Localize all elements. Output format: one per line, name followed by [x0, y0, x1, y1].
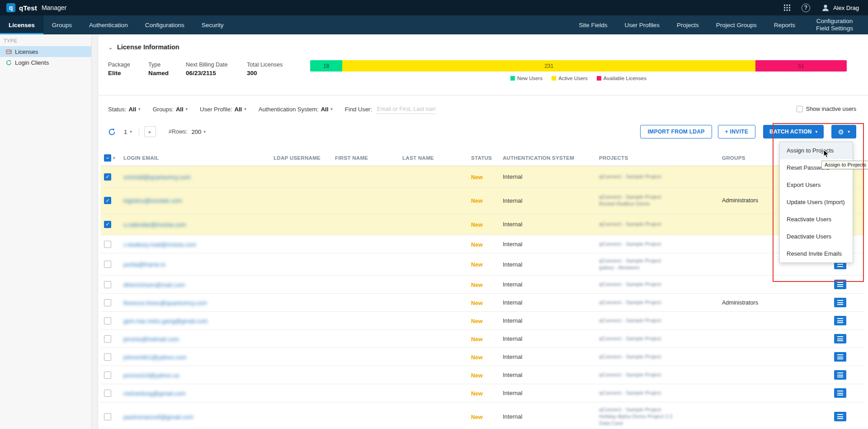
login-email-link[interactable]: r.newbury.mail@invista.com: [123, 241, 196, 248]
project-link[interactable]: qConnect - Sample Project: [599, 353, 720, 360]
batch-action-button[interactable]: BATCH ACTION: [763, 125, 824, 138]
next-page-button[interactable]: [144, 126, 156, 137]
import-from-ldap-button[interactable]: IMPORT FROM LDAP: [640, 125, 712, 138]
table-row[interactable]: r.newbury.mail@invista.com New Internal …: [101, 235, 864, 253]
project-link[interactable]: qConnect - Sample Project: [599, 390, 720, 396]
row-menu-button[interactable]: [834, 412, 846, 421]
table-row[interactable]: paulromanov8@gmail.com New Internal qCon…: [101, 402, 864, 429]
select-all-caret-icon[interactable]: [113, 156, 115, 160]
select-all-checkbox[interactable]: [104, 154, 111, 162]
project-link[interactable]: Holiday Alpha Demo Project 2.2: [599, 413, 720, 420]
row-menu-button[interactable]: [834, 388, 846, 398]
tab-projects[interactable]: Projects: [668, 15, 708, 34]
filter-authentication-system[interactable]: Authentication System:All: [259, 106, 333, 113]
login-email-link[interactable]: dhenrichsen@mail.com: [123, 281, 185, 288]
row-checkbox[interactable]: [104, 173, 111, 181]
row-checkbox[interactable]: [104, 372, 111, 379]
tab-configurations[interactable]: Configurations: [137, 15, 193, 34]
table-row[interactable]: logistics@innotek.com New Internal qConn…: [101, 188, 864, 214]
table-row[interactable]: melverburg@gmail.com New Internal qConne…: [101, 384, 864, 402]
menu-item-update-users-import[interactable]: Update Users (Import): [780, 194, 853, 211]
login-email-link[interactable]: portia@frame.io: [123, 261, 165, 268]
row-menu-button[interactable]: [834, 316, 846, 325]
tab-licenses[interactable]: Licenses: [0, 15, 43, 34]
sidebar-item-login-clients[interactable]: Login Clients: [0, 57, 91, 68]
row-checkbox[interactable]: [104, 281, 111, 288]
col-first-name[interactable]: FIRST NAME: [333, 155, 401, 161]
tab-reports[interactable]: Reports: [765, 15, 804, 34]
login-email-link[interactable]: schmidt@quantumcy.com: [123, 174, 191, 181]
project-link[interactable]: Data Card: [599, 420, 720, 427]
row-menu-button[interactable]: [834, 370, 846, 380]
app-grid-icon[interactable]: [783, 4, 791, 11]
tab-authentication[interactable]: Authentication: [80, 15, 137, 34]
col-status[interactable]: STATUS: [469, 155, 501, 161]
row-checkbox[interactable]: [104, 197, 111, 204]
login-email-link[interactable]: paulromanov8@gmail.com: [123, 414, 193, 420]
user-menu[interactable]: Alex Drag: [821, 3, 859, 12]
rows-per-page-selector[interactable]: 200: [191, 129, 205, 135]
login-email-link[interactable]: logistics@innotek.com: [123, 197, 182, 204]
row-menu-button[interactable]: [834, 298, 846, 307]
sidebar-splitter[interactable]: [92, 34, 98, 429]
show-inactive-toggle[interactable]: Show inactive users: [797, 106, 856, 112]
table-row[interactable]: s.calendar@invista.com New Internal qCon…: [101, 214, 864, 235]
collapse-chevron-icon[interactable]: [108, 44, 113, 51]
col-login-email[interactable]: LOGIN EMAIL: [122, 155, 272, 161]
project-link[interactable]: qConnect - Sample Project: [599, 221, 720, 228]
filter-status[interactable]: Status:All: [108, 106, 141, 113]
row-menu-button[interactable]: [834, 280, 846, 289]
row-checkbox[interactable]: [104, 241, 111, 248]
refresh-icon[interactable]: [108, 128, 116, 136]
project-link[interactable]: qConnect - Sample Project: [599, 173, 720, 180]
filter-user-profile[interactable]: User Profile:All: [200, 106, 246, 113]
project-link[interactable]: qConnect - Sample Project: [599, 335, 720, 342]
project-link[interactable]: Rocket Radbox Demo: [599, 200, 720, 207]
row-checkbox[interactable]: [104, 335, 111, 343]
col-projects[interactable]: PROJECTS: [597, 155, 720, 161]
settings-gear-button[interactable]: [831, 125, 856, 138]
row-checkbox[interactable]: [104, 317, 111, 324]
menu-item-deactivate-users[interactable]: Deactivate Users: [780, 228, 853, 245]
project-link[interactable]: qConnect - Sample Project: [599, 372, 720, 378]
row-checkbox[interactable]: [104, 221, 111, 228]
menu-item-resend-invite-emails[interactable]: Resend Invite Emails: [780, 245, 853, 262]
login-email-link[interactable]: melverburg@gmail.com: [123, 390, 185, 397]
project-link[interactable]: qConnect - Sample Project: [599, 317, 720, 324]
menu-item-assign-to-projects[interactable]: Assign to Projects: [780, 142, 853, 159]
menu-item-reactivate-users[interactable]: Reactivate Users: [780, 211, 853, 228]
tab-user-profiles[interactable]: User Profiles: [616, 15, 668, 34]
project-link[interactable]: qConnect - Sample Project: [599, 299, 720, 306]
invite-button[interactable]: + INVITE: [718, 125, 755, 138]
table-row[interactable]: dhenrichsen@mail.com New Internal qConne…: [101, 276, 864, 294]
login-email-link[interactable]: johnsmith1@yahoo.com: [123, 354, 187, 361]
project-link[interactable]: qConnect - Sample Project: [599, 257, 720, 264]
tab-project-groups[interactable]: Project Groups: [708, 15, 765, 34]
row-checkbox[interactable]: [104, 390, 111, 397]
table-row[interactable]: johnsmith1@yahoo.com New Internal qConne…: [101, 348, 864, 366]
tab-security[interactable]: Security: [193, 15, 232, 34]
tab-groups[interactable]: Groups: [43, 15, 80, 34]
row-menu-button[interactable]: [834, 352, 846, 362]
login-email-link[interactable]: provost14@yahoo.ca: [123, 372, 179, 379]
row-checkbox[interactable]: [104, 353, 111, 361]
find-user-input[interactable]: [376, 105, 437, 114]
table-row[interactable]: schmidt@quantumcy.com New Internal qConn…: [101, 166, 864, 188]
project-link[interactable]: qConnect - Sample Project: [599, 194, 720, 200]
table-row[interactable]: provost14@yahoo.ca New Internal qConnect…: [101, 366, 864, 384]
sidebar-item-licenses[interactable]: Licenses: [0, 46, 91, 57]
project-link[interactable]: qConnect - Sample Project: [599, 241, 720, 248]
show-inactive-checkbox[interactable]: [797, 106, 803, 112]
table-row[interactable]: florence.hines@quantumcy.com New Interna…: [101, 294, 864, 312]
filter-groups[interactable]: Groups:All: [153, 106, 188, 113]
col-ldap-username[interactable]: LDAP USERNAME: [272, 155, 333, 161]
project-link[interactable]: qConnect - Sample Project: [599, 406, 720, 413]
table-row[interactable]: portia@frame.io New Internal qConnect - …: [101, 253, 864, 276]
login-email-link[interactable]: s.calendar@invista.com: [123, 221, 186, 228]
page-selector[interactable]: 1: [122, 129, 134, 135]
help-icon[interactable]: [802, 4, 810, 12]
tab-site-fields[interactable]: Site Fields: [571, 15, 616, 34]
row-checkbox[interactable]: [104, 413, 111, 420]
row-checkbox[interactable]: [104, 299, 111, 306]
login-email-link[interactable]: jerome@hotmail.com: [123, 336, 179, 343]
